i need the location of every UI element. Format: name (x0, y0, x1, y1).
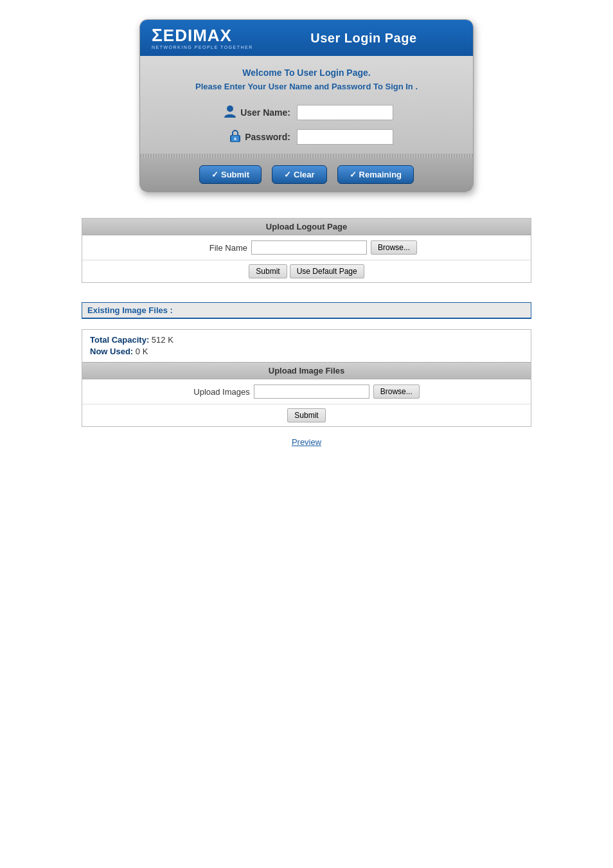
total-capacity-row: Total Capacity: 512 K (90, 335, 523, 345)
now-used-row: Now Used: 0 K (90, 347, 523, 356)
welcome-line1: Welcome To User Login Page. (155, 68, 458, 78)
upload-logout-title: Upload Logout Page (82, 219, 531, 235)
submit-button[interactable]: ✓ Submit (199, 165, 262, 184)
remaining-checkmark: ✓ (350, 170, 357, 179)
upload-logout-section: Upload Logout Page File Name Browse... S… (82, 218, 531, 283)
password-input[interactable] (297, 129, 393, 145)
username-input[interactable] (297, 105, 393, 120)
password-icon: a (229, 130, 241, 145)
total-capacity-label: Total Capacity: (90, 335, 149, 345)
upload-images-actions: Submit (82, 404, 531, 426)
login-body: Welcome To User Login Page. Please Enter… (140, 56, 473, 158)
existing-files-section: Existing Image Files : (82, 302, 531, 319)
file-name-input[interactable] (251, 240, 367, 255)
capacity-info: Total Capacity: 512 K Now Used: 0 K (82, 330, 531, 362)
edimax-logo: ΣEDIMAX (152, 26, 232, 44)
password-label: a Password: (220, 130, 290, 145)
file-name-row: File Name Browse... (82, 235, 531, 260)
logo-subtitle: NETWORKING PEOPLE TOGETHER (152, 45, 253, 50)
login-card: ΣEDIMAX NETWORKING PEOPLE TOGETHER User … (139, 19, 474, 192)
remaining-button[interactable]: ✓ Remaining (337, 165, 414, 184)
now-used-label: Now Used: (90, 347, 133, 356)
login-header: ΣEDIMAX NETWORKING PEOPLE TOGETHER User … (140, 20, 473, 56)
svg-text:a: a (234, 136, 236, 141)
login-divider (140, 154, 473, 158)
user-icon (224, 104, 236, 120)
clear-checkmark: ✓ (284, 170, 291, 179)
upload-images-row: Upload Images Browse... (82, 379, 531, 404)
upload-submit-button[interactable]: Submit (249, 264, 287, 278)
welcome-line2: Please Enter Your User Name and Password… (155, 82, 458, 91)
upload-images-label: Upload Images (193, 387, 249, 397)
login-page-title: User Login Page (266, 31, 461, 46)
upload-images-submit-button[interactable]: Submit (287, 408, 325, 422)
submit-checkmark: ✓ (211, 170, 218, 179)
svg-point-0 (227, 105, 233, 112)
password-row: a Password: (155, 129, 458, 145)
total-capacity-value: 512 K (152, 335, 173, 345)
browse-button[interactable]: Browse... (371, 240, 417, 255)
login-footer: ✓ Submit ✓ Clear ✓ Remaining (140, 158, 473, 192)
use-default-button[interactable]: Use Default Page (290, 264, 364, 278)
upload-actions: Submit Use Default Page (82, 260, 531, 282)
username-label: User Name: (220, 104, 290, 120)
existing-files-header: Existing Image Files : (82, 303, 531, 318)
file-name-label: File Name (196, 243, 247, 253)
logo-area: ΣEDIMAX NETWORKING PEOPLE TOGETHER (152, 26, 253, 50)
capacity-section: Total Capacity: 512 K Now Used: 0 K Uplo… (82, 329, 531, 427)
preview-link[interactable]: Preview (292, 437, 321, 447)
username-row: User Name: (155, 104, 458, 120)
upload-browse-button[interactable]: Browse... (373, 384, 420, 399)
upload-image-files-title: Upload Image Files (82, 362, 531, 379)
clear-button[interactable]: ✓ Clear (272, 165, 327, 184)
upload-images-input[interactable] (254, 384, 369, 399)
now-used-value: 0 K (136, 347, 148, 356)
preview-section: Preview (82, 437, 531, 447)
